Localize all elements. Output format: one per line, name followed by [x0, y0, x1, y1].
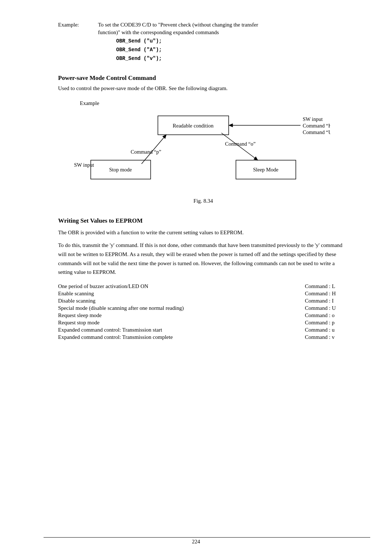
example-block: Example: To set the CODE39 C/D to "Preve…: [58, 22, 348, 63]
cmd-desc-1: Enable scanning: [58, 291, 305, 297]
section1-title: Power-save Mode Control Command: [58, 74, 348, 82]
code-block: OBR_Send ("u"); OBR_Send ("A"); OBR_Send…: [116, 37, 348, 63]
cmd-row-4: Request sleep mode Command : o: [58, 312, 348, 319]
svg-text:Command “H”: Command “H”: [303, 123, 330, 129]
section2-desc2: To do this, transmit the 'y' command. If…: [58, 241, 348, 277]
fig-label: Fig. 8.34: [58, 198, 348, 204]
cmd-row-5: Request stop mode Command : p: [58, 320, 348, 326]
section2-title: Writing Set Values to EEPROM: [58, 217, 348, 224]
cmd-desc-7: Expanded command control: Transmission c…: [58, 334, 305, 340]
diagram-example-label: Example: [80, 100, 348, 106]
cmd-desc-3: Special mode (disable scanning after one…: [58, 305, 305, 311]
cmd-row-6: Expanded command control: Transmission s…: [58, 327, 348, 333]
commands-table: One period of buzzer activation/LED ON C…: [58, 283, 348, 340]
svg-text:Command “o”: Command “o”: [225, 141, 256, 147]
cmd-row-7: Expanded command control: Transmission c…: [58, 334, 348, 340]
svg-text:Sleep Mode: Sleep Mode: [253, 167, 278, 173]
cmd-val-4: Command : o: [305, 312, 348, 319]
code-line-2: OBR_Send ("A");: [116, 46, 348, 54]
svg-text:Stop mode: Stop mode: [109, 167, 132, 173]
diagram-svg-container: Readable condition Stop mode Sleep Mode …: [69, 109, 348, 194]
svg-text:Command “p”: Command “p”: [131, 149, 161, 155]
cmd-desc-6: Expanded command control: Transmission s…: [58, 327, 305, 333]
section1-desc: Used to control the power-save mode of t…: [58, 85, 348, 92]
footer-line: [44, 537, 370, 538]
cmd-desc-2: Disable scanning: [58, 298, 305, 304]
page-number: 224: [192, 539, 200, 545]
cmd-val-5: Command : p: [305, 320, 348, 326]
code-line-3: OBR_Send ("v");: [116, 54, 348, 63]
cmd-val-6: Command : u: [305, 327, 348, 333]
diagram-area: Example Readable condition Stop mode Sle…: [58, 100, 348, 194]
cmd-val-3: Command : U: [305, 305, 348, 311]
cmd-row-0: One period of buzzer activation/LED ON C…: [58, 283, 348, 289]
cmd-desc-5: Request stop mode: [58, 320, 305, 326]
cmd-row-2: Disable scanning Command : I: [58, 298, 348, 304]
section2-desc1: The OBR is provided with a function to w…: [58, 228, 348, 237]
cmd-desc-4: Request sleep mode: [58, 312, 305, 319]
svg-text:SW input: SW input: [74, 162, 94, 168]
page: Example: To set the CODE39 C/D to "Preve…: [0, 0, 392, 555]
example-text2: function)" with the corresponding expand…: [98, 29, 219, 36]
svg-text:Readable condition: Readable condition: [173, 123, 214, 129]
section2: Writing Set Values to EEPROM The OBR is …: [58, 217, 348, 340]
section1: Power-save Mode Control Command Used to …: [58, 74, 348, 194]
cmd-row-1: Enable scanning Command : H: [58, 291, 348, 297]
cmd-val-0: Command : L: [305, 283, 348, 289]
example-text1: To set the CODE39 C/D to "Prevent check …: [98, 22, 258, 28]
cmd-desc-0: One period of buzzer activation/LED ON: [58, 283, 305, 289]
cmd-val-1: Command : H: [305, 291, 348, 297]
svg-text:Command “U”: Command “U”: [303, 129, 330, 135]
cmd-val-2: Command : I: [305, 298, 348, 304]
svg-text:SW input: SW input: [303, 116, 323, 122]
cmd-val-7: Command : v: [305, 334, 348, 340]
code-line-1: OBR_Send ("u");: [116, 37, 348, 46]
example-label: Example:: [58, 22, 87, 28]
cmd-row-3: Special mode (disable scanning after one…: [58, 305, 348, 311]
